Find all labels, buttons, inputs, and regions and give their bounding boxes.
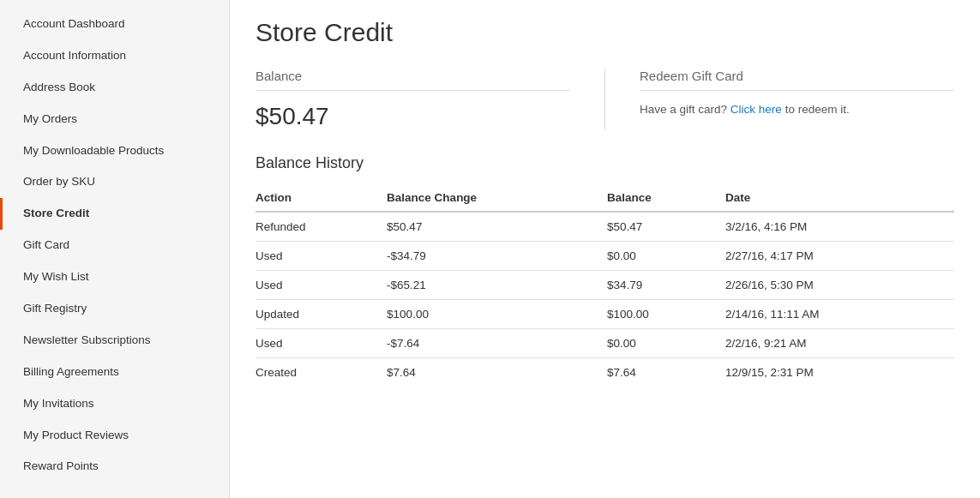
table-body: Refunded$50.47$50.473/2/16, 4:16 PMUsed-… <box>256 212 954 387</box>
table-row: Used-$34.79$0.002/27/16, 4:17 PM <box>256 242 954 271</box>
cell-date: 12/9/15, 2:31 PM <box>725 358 954 387</box>
cell-balance: $100.00 <box>607 300 725 329</box>
cell-balance: $50.47 <box>607 212 725 242</box>
cell-balance-change: -$65.21 <box>387 271 607 300</box>
sidebar-item-account-dashboard[interactable]: Account Dashboard <box>0 9 229 40</box>
cell-action: Used <box>256 329 387 358</box>
gift-card-text: Have a gift card? Click here to redeem i… <box>640 103 954 116</box>
sidebar-item-my-wish-list[interactable]: My Wish List <box>0 261 229 293</box>
sidebar-item-my-product-reviews[interactable]: My Product Reviews <box>0 420 229 452</box>
cell-balance-change: $50.47 <box>387 212 607 242</box>
table-header-row: ActionBalance ChangeBalanceDate <box>256 184 954 212</box>
gift-card-text-before: Have a gift card? <box>640 103 727 116</box>
cell-balance: $34.79 <box>607 271 725 300</box>
col-header-date: Date <box>725 184 954 212</box>
table-row: Created$7.64$7.6412/9/15, 2:31 PM <box>256 358 954 387</box>
balance-history-table: ActionBalance ChangeBalanceDate Refunded… <box>256 184 954 387</box>
cell-balance-change: -$7.64 <box>387 329 607 358</box>
cell-date: 2/2/16, 9:21 AM <box>725 329 954 358</box>
cell-date: 2/27/16, 4:17 PM <box>725 242 954 271</box>
sidebar-item-billing-agreements[interactable]: Billing Agreements <box>0 357 229 388</box>
sidebar-item-my-downloadable-products[interactable]: My Downloadable Products <box>0 135 229 167</box>
cell-date: 2/26/16, 5:30 PM <box>725 271 954 300</box>
top-section: Balance $50.47 Redeem Gift Card Have a g… <box>256 69 954 130</box>
sidebar-item-my-orders[interactable]: My Orders <box>0 104 229 135</box>
cell-action: Created <box>256 358 387 387</box>
cell-balance-change: $7.64 <box>387 358 607 387</box>
sidebar-item-my-invitations[interactable]: My Invitations <box>0 388 229 420</box>
balance-section-title: Balance <box>256 69 570 91</box>
table-row: Used-$7.64$0.002/2/16, 9:21 AM <box>256 329 954 358</box>
cell-action: Updated <box>256 300 387 329</box>
table-row: Updated$100.00$100.002/14/16, 11:11 AM <box>256 300 954 329</box>
table-header: ActionBalance ChangeBalanceDate <box>256 184 954 212</box>
click-here-link[interactable]: Click here <box>730 103 782 116</box>
history-title: Balance History <box>256 154 954 172</box>
balance-amount: $50.47 <box>256 103 570 130</box>
cell-balance-change: $100.00 <box>387 300 607 329</box>
cell-action: Used <box>256 271 387 300</box>
sidebar-item-gift-card[interactable]: Gift Card <box>0 230 229 261</box>
sidebar-item-order-by-sku[interactable]: Order by SKU <box>0 166 229 198</box>
cell-balance: $0.00 <box>607 242 725 271</box>
main-content: Store Credit Balance $50.47 Redeem Gift … <box>230 0 980 498</box>
cell-date: 2/14/16, 11:11 AM <box>725 300 954 329</box>
cell-balance: $0.00 <box>607 329 725 358</box>
redeem-section-title: Redeem Gift Card <box>640 69 954 91</box>
sidebar-item-account-information[interactable]: Account Information <box>0 40 229 72</box>
table-row: Refunded$50.47$50.473/2/16, 4:16 PM <box>256 212 954 242</box>
cell-balance-change: -$34.79 <box>387 242 607 271</box>
col-header-action: Action <box>256 184 387 212</box>
sidebar-item-reward-points[interactable]: Reward Points <box>0 451 229 483</box>
sidebar-item-newsletter-subscriptions[interactable]: Newsletter Subscriptions <box>0 325 229 357</box>
col-header-balance-change: Balance Change <box>387 184 607 212</box>
col-header-balance: Balance <box>607 184 725 212</box>
table-row: Used-$65.21$34.792/26/16, 5:30 PM <box>256 271 954 300</box>
sidebar-item-gift-registry[interactable]: Gift Registry <box>0 293 229 325</box>
cell-balance: $7.64 <box>607 358 725 387</box>
cell-date: 3/2/16, 4:16 PM <box>725 212 954 242</box>
sidebar-item-address-book[interactable]: Address Book <box>0 72 229 104</box>
redeem-section: Redeem Gift Card Have a gift card? Click… <box>605 69 954 130</box>
balance-section: Balance $50.47 <box>256 69 605 130</box>
sidebar: Account DashboardAccount InformationAddr… <box>0 0 230 498</box>
sidebar-item-store-credit[interactable]: Store Credit <box>0 198 229 230</box>
cell-action: Used <box>256 242 387 271</box>
page-title: Store Credit <box>256 17 954 48</box>
cell-action: Refunded <box>256 212 387 242</box>
gift-card-text-after: to redeem it. <box>785 103 850 116</box>
